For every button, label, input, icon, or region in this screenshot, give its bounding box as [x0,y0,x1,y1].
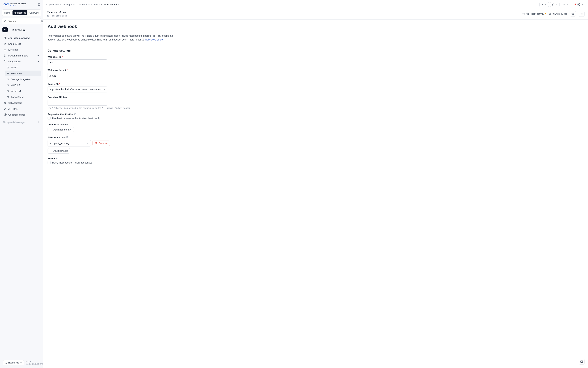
tab-home[interactable]: Home [3,10,12,15]
svg-point-20 [6,102,6,102]
help-icon[interactable] [56,157,59,160]
nav-live-data-label: Live data [8,48,18,51]
favorite-button[interactable] [570,11,576,17]
chevron-down-icon [545,3,547,6]
puzzle-icon [7,90,9,92]
add-header-button[interactable]: Add header entry [48,127,74,132]
resources-button[interactable]: Resources [3,360,24,365]
field-additional-headers: Additional headers Add header entry [48,123,110,132]
nav-lora-label: LoRa Cloud [11,96,23,98]
nav-storage-label: Storage Integration [11,78,31,81]
help-icon[interactable] [74,113,76,116]
brand-logo-icon [3,3,9,7]
context-title: Testing Area [12,28,25,31]
nav-apikeys-label: API keys [8,108,18,110]
field-filter-event-data: Filter event data up.uplink_message Remo… [48,136,110,154]
collapse-icon[interactable] [38,3,40,6]
add-filter-button[interactable]: Add filter path [48,148,70,154]
basic-auth-checkbox[interactable] [48,117,51,120]
svg-rect-5 [4,37,5,38]
nav-integrations[interactable]: Integrations [2,59,41,64]
breadcrumb-add[interactable]: Add [93,3,97,6]
nav-storage[interactable]: Storage Integration [5,76,41,82]
downlink-api-key-input[interactable] [48,100,107,106]
svg-marker-40 [572,12,574,15]
nav-azure[interactable]: Azure IoT [5,88,41,94]
nav-collaborators[interactable]: Collaborators [2,100,41,106]
breadcrumbs: Applications › Testing Area › Webhooks ›… [46,3,119,6]
user-icon [577,3,580,6]
nav-aws[interactable]: AWS IoT [5,82,41,88]
puzzle-icon [7,96,9,98]
sidebar: THE THINGS STACK CLOUD Home Applications… [0,0,43,368]
plus-icon [50,129,52,131]
downlink-help: The API key will be provided to the endp… [48,107,138,109]
brand: THE THINGS STACK CLOUD [2,2,41,9]
help-icon[interactable] [66,136,69,139]
breadcrumb-applications[interactable]: Applications [46,3,59,6]
topbar: Applications › Testing Area › Webhooks ›… [43,0,588,9]
page-title: Add webhook [48,24,584,29]
svg-rect-33 [575,4,575,5]
menu-button[interactable] [579,11,585,17]
nav-mqtt[interactable]: MQTT [5,65,41,70]
trash-icon [95,142,97,144]
book-icon [142,38,144,41]
svg-rect-7 [4,38,5,39]
svg-point-37 [523,14,524,14]
webhook-format-select[interactable]: JSON [48,73,107,79]
nav-end-devices[interactable]: End devices [2,41,41,46]
add-device-icon[interactable] [37,120,40,124]
puzzle-icon [7,78,9,81]
nav-lora[interactable]: LoRa Cloud [5,94,41,100]
svg-rect-9 [4,43,6,45]
sidebar-nav: Application overview End devices Live da… [2,35,41,118]
tab-applications[interactable]: Applications [12,10,27,15]
field-downlink-api-key: Downlink API key The API key will be pro… [48,96,138,109]
svg-point-17 [7,74,8,74]
breadcrumb-app[interactable]: Testing Area [62,3,75,6]
webhook-icon [7,72,9,75]
tab-gateways[interactable]: Gateways [28,10,41,15]
back-button[interactable] [2,27,8,32]
feedback-button[interactable] [579,359,585,365]
inbox-menu-button[interactable] [561,2,570,7]
search-input[interactable] [8,20,39,23]
svg-rect-32 [574,5,574,5]
search-box[interactable]: ⌘ K [2,18,41,24]
filter-path-select[interactable]: up.uplink_message [48,140,91,147]
retries-checkbox-row[interactable]: Retry messages on failure responses [48,161,110,164]
webhooks-guide-link[interactable]: Webhooks guide [145,38,163,41]
nav-api-keys[interactable]: API keys [2,106,41,111]
nav-payload-formatters[interactable]: Payload formatters [2,53,41,58]
svg-marker-30 [552,3,554,5]
svg-rect-39 [550,13,551,14]
breadcrumb-webhooks[interactable]: Webhooks [79,3,90,6]
star-menu-button[interactable] [550,2,560,7]
add-menu-button[interactable] [539,2,549,7]
version-label: v3.32.0.b96e907c31 [26,363,45,365]
basic-auth-checkbox-row[interactable]: Use basic access authentication (basic a… [48,117,110,120]
topbar-actions [539,2,585,7]
base-url-input[interactable] [48,87,107,92]
user-menu-button[interactable] [572,2,585,7]
webhook-id-input[interactable] [48,59,107,65]
field-base-url: Base URL* [48,83,110,92]
svg-point-14 [4,61,5,61]
nav-general-settings[interactable]: General settings [2,112,41,118]
retries-checkbox[interactable] [48,161,51,164]
svg-point-36 [578,4,579,5]
section-general: General settings [48,49,584,53]
remove-filter-button[interactable]: Remove [93,141,110,146]
cluster-badge-icon [574,3,576,6]
main: Applications › Testing Area › Webhooks ›… [43,0,588,368]
nav-webhooks[interactable]: Webhooks [5,71,41,76]
nav-live-data[interactable]: Live data [2,47,41,53]
star-icon [571,12,574,15]
nav-overview[interactable]: Application overview [2,35,41,41]
svg-rect-10 [5,43,6,44]
inbox-icon [563,3,565,6]
field-webhook-format: Webhook format* JSON [48,69,110,79]
chevron-down-icon [85,140,91,146]
chevron-down-icon [581,3,583,6]
